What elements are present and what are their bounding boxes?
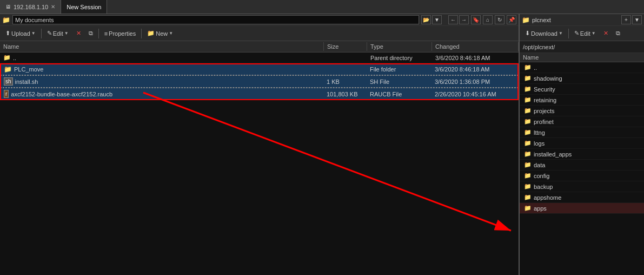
right-path: /opt/plcnext/ (523, 44, 555, 50)
file-size-2: 1 KB (323, 76, 367, 87)
sep1 (41, 29, 42, 38)
left-path-input[interactable] (12, 15, 419, 24)
left-address-bar: 📁 📂 ▼ ← → 🔖 ⌂ ↻ 📌 (0, 14, 519, 26)
left-filter-btn[interactable]: ▼ (432, 15, 442, 24)
file-size-3: 101,803 KB (323, 88, 367, 100)
upload-button[interactable]: ⬆ Upload ▼ (2, 29, 39, 38)
col-type: Type (367, 42, 432, 51)
list-item-apps[interactable]: 📁 apps (520, 203, 644, 214)
edit-icon-right: ✎ (574, 30, 579, 37)
list-item[interactable]: 📁 logs (520, 138, 644, 149)
upload-icon: ⬆ (5, 30, 10, 37)
new-button-left[interactable]: 📁 New ▼ (144, 29, 176, 38)
list-item[interactable]: 📁 lttng (520, 127, 644, 138)
sh-icon: sh (4, 77, 13, 86)
sep3 (141, 29, 142, 38)
right-pane-title: plcnext (532, 17, 551, 23)
list-item[interactable]: 📁 appshome (520, 192, 644, 203)
list-item[interactable]: 📁 data (520, 160, 644, 171)
file-type-2: SH File (367, 76, 431, 87)
right-folder-icon-9: 📁 (524, 172, 532, 179)
copy-icon-left: ⧉ (89, 30, 93, 37)
file-changed-1: 3/6/2020 8:46:18 AM (431, 64, 518, 75)
right-folder-icon-8: 📁 (524, 161, 532, 168)
tab-new-session[interactable]: New Session (61, 0, 107, 14)
download-icon: ⬇ (525, 30, 530, 37)
edit-right-dropdown: ▼ (592, 31, 596, 36)
tab-close-192[interactable]: ✕ (51, 4, 55, 10)
file-name-3: r axcf2152-bundle-base-axcf2152.raucb (1, 88, 323, 100)
upload-dropdown-arrow: ▼ (31, 31, 36, 36)
right-file-header: Name (520, 53, 644, 62)
left-extra-btn[interactable]: 📌 (507, 15, 516, 24)
tab-192[interactable]: 🖥 192.168.1.10 ✕ (0, 0, 61, 14)
delete-button-right[interactable]: ✕ (600, 29, 612, 38)
right-folder-icon-3: 📁 (524, 107, 532, 114)
file-type-1: File folder (367, 64, 431, 75)
left-pane: 📁 📂 ▼ ← → 🔖 ⌂ ↻ 📌 ⬆ (0, 14, 520, 275)
left-refresh-btn[interactable]: ↻ (495, 15, 504, 24)
left-home-btn[interactable]: ⌂ (483, 15, 493, 24)
edit-button-right[interactable]: ✎ Edit ▼ (571, 29, 599, 38)
edit-icon-left: ✎ (47, 30, 52, 37)
right-folder-icon-0: 📁 (524, 75, 532, 82)
list-item[interactable]: 📁 projects (520, 106, 644, 116)
right-folder-icon-7: 📁 (524, 150, 532, 158)
right-folder-icon: 📁 (522, 16, 530, 24)
delete-icon-left: ✕ (76, 30, 81, 37)
table-row[interactable]: 📁 .. Parent directory 3/6/2020 8:46:18 A… (0, 53, 519, 63)
left-forward-btn[interactable]: → (459, 15, 469, 24)
sep2 (98, 29, 99, 38)
left-open-folder-btn[interactable]: 📂 (421, 15, 431, 24)
file-changed-3: 2/26/2020 10:45:16 AM (431, 88, 518, 100)
col-name: Name (0, 42, 324, 51)
table-row[interactable]: sh install.sh 1 KB SH File 3/6/2020 1:36… (0, 75, 519, 88)
file-changed-0: 3/6/2020 8:46:18 AM (432, 53, 519, 63)
right-folder-icon-5: 📁 (524, 129, 532, 136)
table-row[interactable]: r axcf2152-bundle-base-axcf2152.raucb 10… (0, 88, 519, 100)
list-item[interactable]: 📁 .. (520, 62, 644, 73)
list-item[interactable]: 📁 backup (520, 181, 644, 192)
list-item[interactable]: 📁 shadowing (520, 73, 644, 84)
right-folder-icon-6: 📁 (524, 140, 532, 147)
file-name-1: 📁 PLC_move (1, 64, 323, 75)
right-folder-icon-11: 📁 (524, 194, 532, 201)
copy-button-left[interactable]: ⧉ (85, 29, 96, 38)
right-add-btn[interactable]: + (621, 15, 631, 24)
tab-label-192: 192.168.1.10 (14, 4, 48, 10)
table-row[interactable]: 📁 PLC_move File folder 3/6/2020 8:46:18 … (0, 63, 519, 75)
right-sep1 (568, 29, 569, 38)
delete-button-left[interactable]: ✕ (73, 29, 84, 38)
edit-button-left[interactable]: ✎ Edit ▼ (44, 29, 72, 38)
list-item[interactable]: 📁 config (520, 171, 644, 181)
file-type-0: Parent directory (367, 53, 432, 63)
new-folder-icon: 📁 (147, 30, 155, 37)
left-nav-controls: 📂 ▼ ← → (421, 15, 469, 24)
right-file-list: 📁 .. 📁 shadowing 📁 Security 📁 retaining … (520, 62, 644, 275)
right-toolbar: ⬇ Download ▼ ✎ Edit ▼ ✕ ⧉ (520, 26, 644, 41)
left-back-btn[interactable]: ← (448, 15, 458, 24)
right-folder-icon-12: 📁 (524, 205, 532, 212)
download-button[interactable]: ⬇ Download ▼ (522, 29, 566, 38)
list-item[interactable]: 📁 retaining (520, 95, 644, 106)
file-size-0 (324, 53, 367, 63)
list-item[interactable]: 📁 installed_apps (520, 149, 644, 160)
file-changed-2: 3/6/2020 1:36:08 PM (431, 76, 518, 87)
right-folder-icon-4: 📁 (524, 118, 532, 125)
list-item[interactable]: 📁 Security (520, 84, 644, 95)
monitor-icon: 🖥 (5, 4, 11, 10)
right-pane: 📁 plcnext + ▼ ⬇ Download ▼ ✎ Edit (520, 14, 644, 275)
left-file-list: Name Size Type Changed 📁 .. Parent direc… (0, 41, 519, 275)
file-size-1 (323, 64, 367, 75)
right-parent-icon: 📁 (524, 64, 532, 71)
right-filter-btn[interactable]: ▼ (632, 15, 642, 24)
copy-button-right[interactable]: ⧉ (613, 29, 623, 38)
list-item[interactable]: 📁 profinet (520, 116, 644, 127)
col-changed: Changed (432, 42, 519, 51)
properties-button[interactable]: ≡ Properties (101, 29, 140, 38)
raucb-icon: r (4, 90, 9, 98)
right-folder-icon-1: 📁 (524, 86, 532, 93)
left-bookmark-btn[interactable]: 🔖 (471, 15, 481, 24)
folder-icon-1: 📁 (4, 66, 12, 73)
copy-icon-right: ⧉ (616, 30, 620, 37)
